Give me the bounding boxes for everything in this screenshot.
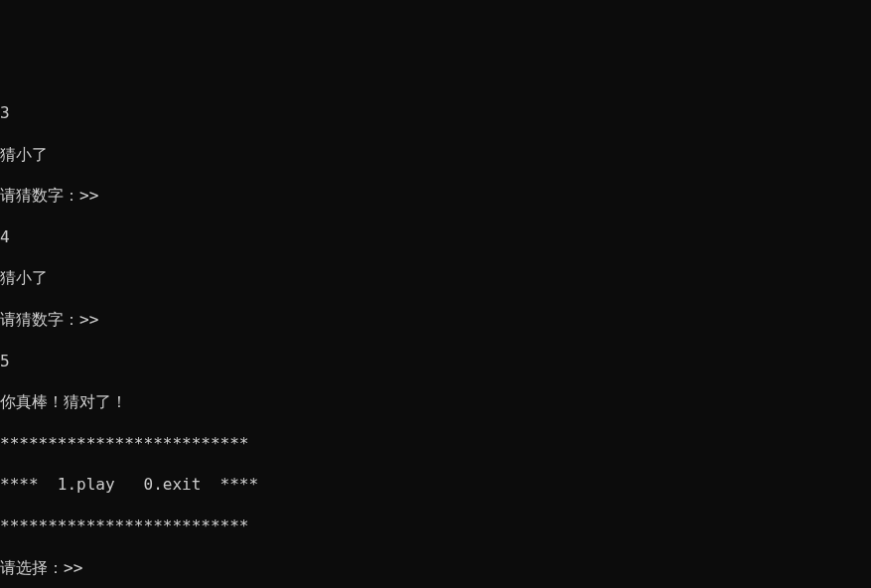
prompt-line: 请猜数字：>> (0, 310, 871, 331)
output-line: 5 (0, 352, 871, 372)
terminal-output[interactable]: 3 猜小了 请猜数字：>> 4 猜小了 请猜数字：>> 5 你真棒！猜对了！ *… (0, 82, 871, 588)
menu-options: **** 1.play 0.exit **** (0, 475, 871, 496)
output-line: 你真棒！猜对了！ (0, 392, 871, 413)
prompt-line: 请猜数字：>> (0, 186, 871, 207)
output-line: 猜小了 (0, 268, 871, 289)
output-line: 猜小了 (0, 145, 871, 166)
menu-border: ************************** (0, 516, 871, 537)
menu-border: ************************** (0, 434, 871, 455)
output-line: 3 (0, 103, 871, 124)
prompt-line: 请选择：>> (0, 558, 871, 579)
output-line: 4 (0, 227, 871, 248)
